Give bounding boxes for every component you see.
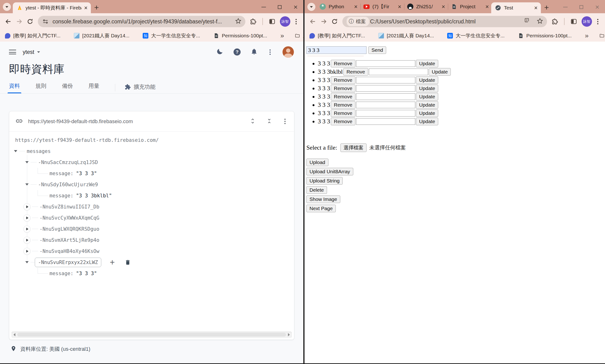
tab-close-icon[interactable]: × — [441, 4, 445, 10]
forward-icon[interactable] — [318, 16, 329, 27]
update-input[interactable] — [356, 110, 415, 117]
expand-arrow-icon[interactable] — [23, 237, 30, 244]
update-input[interactable] — [356, 93, 415, 100]
tree-node-selected[interactable]: -NnuSvuRErpxyx22xLWZ + — [9, 257, 294, 268]
tab-close-icon[interactable]: × — [398, 4, 401, 10]
browser-menu-icon[interactable] — [597, 21, 598, 22]
console-menu-icon[interactable] — [270, 52, 271, 53]
remove-button[interactable]: Remove — [331, 60, 355, 67]
tab-github[interactable]: Zhi251/ × — [405, 0, 447, 13]
show-image-button[interactable]: Show Image — [306, 195, 340, 203]
update-input[interactable] — [356, 118, 415, 125]
remove-button[interactable]: Remove — [331, 118, 355, 125]
file-scheme-chip[interactable]: ⓘ 檔案 — [347, 17, 369, 26]
collapse-arrow-icon[interactable] — [25, 261, 29, 263]
tree-leaf[interactable]: message:"3 3 3" — [9, 268, 294, 279]
tree-node[interactable]: -NnuSacCmzzuqLzq1JSD — [9, 157, 294, 168]
back-icon[interactable] — [307, 16, 318, 27]
update-button[interactable]: Update — [416, 60, 438, 67]
bookmark-star-icon[interactable] — [537, 18, 543, 25]
dark-mode-moon-icon[interactable] — [216, 48, 224, 56]
tab-chatgpt[interactable]: * Python × — [317, 0, 360, 13]
update-button[interactable]: Update — [416, 93, 438, 101]
all-bookmarks-button[interactable]: 所有書籤 — [295, 32, 303, 39]
tree-node[interactable]: -NnuSvgLWXQRQKRSDguo — [9, 223, 294, 234]
bookmark-item[interactable]: [2021鐵人賽 Day14... — [74, 32, 130, 39]
help-icon[interactable]: ? — [234, 49, 241, 55]
choose-file-button[interactable]: 選擇檔案 — [341, 143, 367, 152]
extensions-puzzle-icon[interactable] — [550, 16, 560, 27]
tab-close-icon[interactable]: × — [485, 4, 489, 10]
send-button[interactable]: Send — [368, 46, 386, 54]
update-input[interactable] — [369, 68, 428, 75]
scroll-left-icon[interactable] — [14, 333, 15, 336]
tree-node[interactable]: -NnuSvmXArt5LjRe9p4o — [9, 234, 294, 246]
new-tab-button[interactable]: + — [94, 3, 99, 11]
bookmark-star-icon[interactable] — [235, 18, 242, 25]
tree-node[interactable]: -NnuSdyI60wcUjurzWe9 — [9, 179, 294, 190]
extensions-puzzle-icon[interactable] — [248, 16, 259, 27]
tree-node-messages[interactable]: messages — [9, 146, 294, 157]
site-settings-icon[interactable] — [42, 18, 49, 25]
update-button[interactable]: Update — [416, 76, 438, 84]
reload-icon[interactable] — [329, 16, 340, 27]
address-bar[interactable]: console.firebase.google.com/u/1/project/… — [38, 16, 245, 27]
bookmark-item[interactable]: [教學] 如何入門CTF... — [309, 32, 365, 39]
hamburger-menu-icon[interactable] — [9, 50, 16, 54]
add-child-icon[interactable]: + — [110, 257, 115, 267]
side-panel-icon[interactable] — [267, 16, 277, 27]
remove-button[interactable]: Remove — [331, 85, 355, 92]
side-panel-icon[interactable] — [568, 16, 579, 27]
url-text[interactable]: console.firebase.google.com/u/1/project/… — [53, 18, 233, 25]
collapse-arrow-icon[interactable] — [14, 150, 17, 152]
selected-node-box[interactable]: -NnuSvuRErpxyx22xLWZ — [35, 258, 101, 267]
tab-test-active[interactable]: Test × — [491, 2, 541, 13]
notifications-bell-icon[interactable] — [250, 48, 258, 56]
expand-all-icon[interactable] — [249, 118, 256, 125]
account-avatar[interactable] — [283, 46, 294, 58]
minimize-button-icon[interactable] — [563, 7, 568, 7]
bookmark-item[interactable]: Permissions-100pt... — [518, 33, 572, 39]
new-tab-button[interactable]: + — [544, 3, 549, 11]
tab-usage[interactable]: 用量 — [88, 82, 99, 93]
card-menu-icon[interactable] — [284, 121, 286, 122]
reload-icon[interactable] — [25, 16, 36, 27]
delete-node-icon[interactable] — [125, 259, 131, 266]
update-input[interactable] — [356, 60, 415, 67]
tab-project-doc[interactable]: Project × — [449, 0, 491, 13]
bookmark-item[interactable]: Permissions-100pt... — [213, 33, 267, 39]
forward-icon[interactable] — [14, 16, 25, 27]
upload-uint8array-button[interactable]: Upload Unit8Array — [306, 168, 353, 175]
upload-button[interactable]: Upload — [306, 159, 329, 166]
tab-firebase-console[interactable]: ytest - 即時資料庫 - Firebase 控制台 × — [13, 2, 91, 13]
remove-button[interactable]: Remove — [331, 101, 355, 109]
expand-arrow-icon[interactable] — [23, 203, 30, 210]
tab-close-icon[interactable]: × — [84, 5, 88, 11]
tree-leaf[interactable]: message:"3 3 3bklbl" — [9, 190, 294, 201]
message-input[interactable] — [306, 46, 367, 54]
address-bar[interactable]: ⓘ 檔案 C:/Users/User/Desktop/test/public/c… — [342, 16, 547, 27]
scrollbar-thumb[interactable] — [17, 333, 286, 337]
minimize-button-icon[interactable] — [261, 7, 266, 7]
collapse-all-icon[interactable] — [266, 118, 273, 125]
collapse-arrow-icon[interactable] — [25, 183, 29, 185]
bookmarks-overflow-chevron[interactable]: » — [280, 32, 284, 39]
profile-avatar[interactable]: 詠智 — [280, 16, 290, 27]
tab-data[interactable]: 資料 — [9, 82, 20, 93]
bookmark-item[interactable]: 知大一学生信息安全专... — [143, 32, 200, 39]
remove-button[interactable]: Remove — [331, 76, 355, 84]
tree-node[interactable]: -NnuSvZ8inwuIIGI7_Db — [9, 201, 294, 212]
bookmark-item[interactable]: [教學] 如何入門CTF... — [5, 32, 61, 39]
update-input[interactable] — [356, 85, 415, 92]
tab-close-icon[interactable]: × — [354, 4, 358, 10]
expand-arrow-icon[interactable] — [23, 225, 30, 233]
tab-youtube[interactable]: (7)【Fir × — [361, 0, 404, 13]
update-button[interactable]: Update — [416, 109, 438, 117]
tab-search-button[interactable] — [3, 3, 11, 11]
update-button[interactable]: Update — [416, 118, 438, 125]
browser-menu-icon[interactable] — [296, 21, 297, 22]
update-button[interactable]: Update — [416, 85, 438, 92]
expand-arrow-icon[interactable] — [23, 214, 30, 221]
delete-button[interactable]: Delete — [306, 186, 327, 194]
all-bookmarks-button[interactable]: 所有書籤 — [599, 32, 605, 39]
